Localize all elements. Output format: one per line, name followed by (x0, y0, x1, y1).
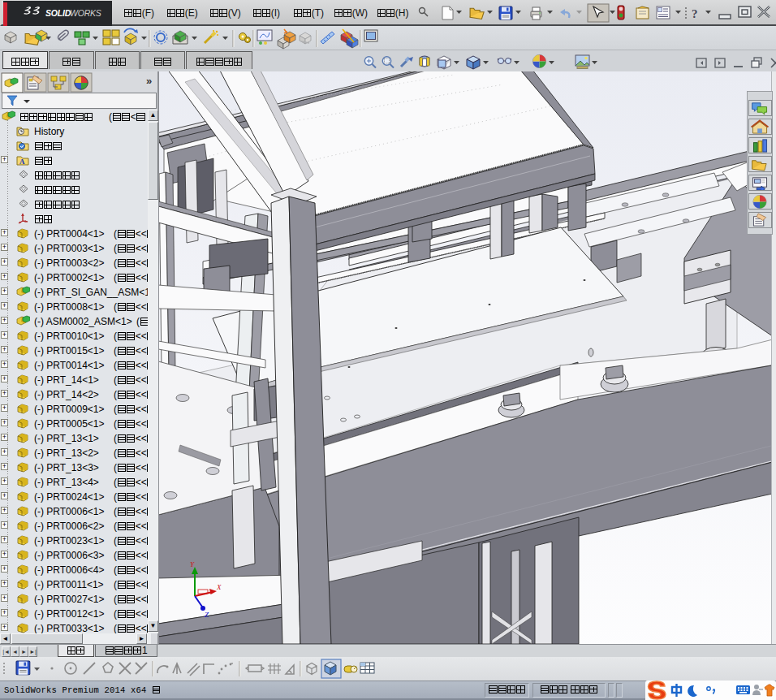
svg-text:?: ? (692, 7, 698, 20)
svg-text:SOLID: SOLID (45, 8, 71, 18)
svg-text:A: A (19, 158, 25, 166)
svg-text:WORKS: WORKS (70, 8, 101, 18)
svg-text:X: X (216, 583, 222, 591)
